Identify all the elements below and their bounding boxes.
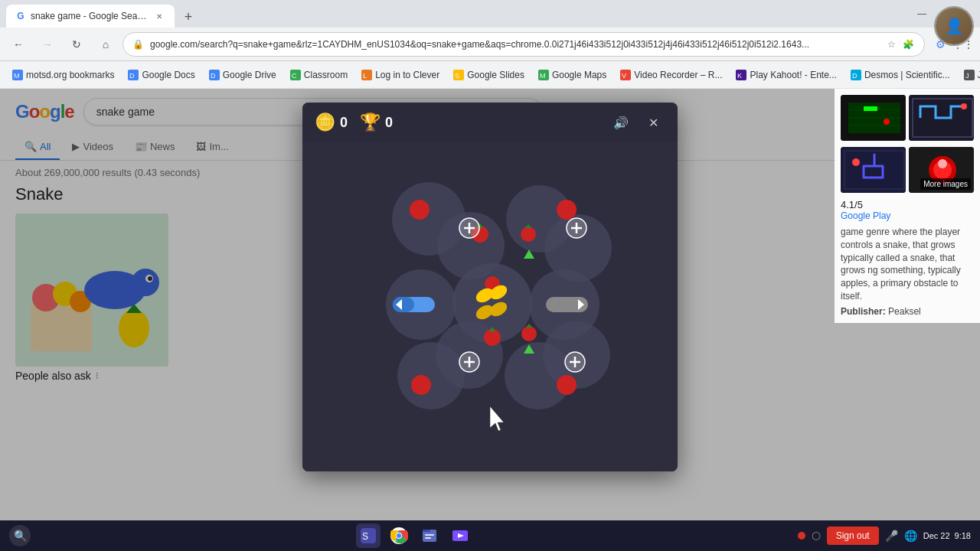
taskbar-clock: Dec 22 9:18 (923, 531, 971, 540)
svg-rect-82 (864, 106, 868, 111)
tab-bar: G snake game - Google Search ✕ + (6, 0, 910, 28)
trophy-score: 🏆 0 (360, 112, 393, 132)
game-images (841, 95, 974, 141)
svg-text:J: J (965, 72, 969, 80)
chrome-taskbar-icon (390, 527, 408, 545)
svg-text:S: S (455, 72, 459, 80)
files-taskbar-icon (420, 527, 439, 545)
bookmark-video[interactable]: V Video Recorder – R... (614, 67, 728, 83)
game-image-3 (841, 147, 906, 193)
taskbar-left: 🔍 (9, 525, 31, 546)
active-tab[interactable]: G snake game - Google Search ✕ (6, 5, 175, 28)
svg-rect-83 (868, 106, 873, 111)
svg-text:C: C (292, 72, 297, 80)
home-button[interactable]: ⌂ (93, 32, 118, 57)
svg-point-50 (521, 227, 536, 242)
recording-indicator (798, 532, 805, 540)
bookmark-motsd[interactable]: M motsd.org bookmarks (6, 67, 120, 83)
bookmark-kahoot[interactable]: K Play Kahoot! - Ente... (730, 67, 842, 83)
coin-value: 0 (340, 115, 348, 131)
back-button[interactable]: ← (6, 32, 31, 57)
bookmark-slides[interactable]: S Google Slides (447, 67, 531, 83)
svg-text:V: V (622, 72, 626, 80)
svg-point-49 (484, 329, 501, 346)
mic-icon[interactable]: 🎤 (885, 530, 898, 542)
screenrecord-taskbar-icon (451, 527, 469, 545)
new-tab-button[interactable]: + (178, 6, 199, 28)
game-modal: 🪙 0 🏆 0 🔊 ✕ (302, 103, 678, 471)
bookmark-classroom-icon: C (290, 70, 301, 80)
svg-text:D: D (211, 72, 216, 80)
coin-score: 🪙 0 (315, 112, 348, 132)
game-image-4: More images (909, 147, 974, 193)
svg-point-95 (938, 159, 947, 168)
close-game-button[interactable]: ✕ (641, 110, 665, 135)
game-header: 🪙 0 🏆 0 🔊 ✕ (302, 103, 678, 142)
bookmark-video-icon: V (620, 70, 631, 80)
svg-text:K: K (737, 72, 742, 80)
bookmark-maps-icon: M (538, 70, 549, 80)
bookmarks-bar: M motsd.org bookmarks D Google Docs D Go… (0, 61, 980, 89)
address-bar-row: ← → ↻ ⌂ 🔒 google.com/search?q=snake+game… (0, 28, 980, 61)
tab-title: snake game - Google Search (31, 11, 149, 21)
screen-record-icon[interactable] (448, 523, 472, 548)
game-controls: 🔊 ✕ (609, 110, 665, 135)
svg-text:M: M (540, 72, 546, 80)
media-icon[interactable]: ⬡ (812, 530, 821, 542)
svg-rect-84 (873, 106, 877, 111)
minimize-button[interactable]: — (913, 5, 931, 23)
svg-text:M: M (14, 72, 20, 80)
bookmark-drive[interactable]: D Google Drive (203, 67, 283, 83)
bookmark-kahoot-icon: K (736, 70, 746, 80)
taskbar-search-button[interactable]: 🔍 (9, 525, 31, 546)
address-icons: ☆ 🧩 (884, 37, 915, 51)
bookmark-star-icon[interactable]: ☆ (884, 37, 898, 51)
forward-button[interactable]: → (35, 32, 60, 57)
chrome-icon[interactable] (387, 523, 411, 548)
game-svg (302, 142, 678, 471)
game-thumb-2 (909, 95, 974, 141)
game-image-1 (841, 95, 906, 141)
svg-point-44 (410, 200, 430, 220)
coin-icon: 🪙 (315, 112, 335, 132)
more-images-badge[interactable]: More images (920, 178, 971, 190)
address-field[interactable]: 🔒 google.com/search?q=snake+game&rlz=1CA… (122, 32, 925, 57)
trophy-value: 0 (385, 115, 393, 131)
bookmark-docs[interactable]: D Google Docs (122, 67, 201, 83)
svg-text:L: L (363, 72, 367, 80)
game-thumb-3 (841, 147, 906, 193)
tab-close-button[interactable]: ✕ (153, 10, 165, 22)
svg-rect-104 (425, 534, 434, 536)
extension-icons: ⚙ ⋮⋮ 👤 (929, 34, 974, 55)
svg-rect-103 (423, 530, 430, 532)
bookmark-clever-icon: L (361, 70, 372, 80)
google-page: Google snake game ⚙ ⋮⋮ Sign in 🔍 All (0, 89, 980, 520)
files-icon[interactable] (417, 523, 442, 548)
taskbar-icon-1[interactable]: S (356, 523, 381, 548)
sign-out-button[interactable]: Sign out (827, 527, 879, 545)
avatar-face: 👤 (936, 8, 972, 44)
bookmark-docs-icon: D (128, 70, 139, 80)
rating-text: 4.1/5 (841, 199, 974, 210)
google-play-link[interactable]: Google Play (841, 210, 974, 221)
bookmark-jett[interactable]: J JettDav... (958, 67, 980, 83)
game-canvas[interactable] (302, 142, 678, 471)
bookmark-classroom[interactable]: C Classroom (284, 67, 354, 83)
svg-text:D: D (852, 72, 858, 80)
sound-button[interactable]: 🔊 (609, 110, 633, 135)
bookmark-clever[interactable]: L Log in to Clever (355, 67, 446, 83)
trophy-icon: 🏆 (360, 112, 381, 132)
refresh-button[interactable]: ↻ (64, 32, 89, 57)
address-text: google.com/search?q=snake+game&rlz=1CAYD… (150, 39, 878, 50)
game-images-row2: More images (841, 147, 974, 193)
svg-point-51 (521, 326, 537, 341)
bookmark-desmos[interactable]: D Desmos | Scientific... (844, 67, 956, 83)
right-panel: More images 4.1/5 Google Play game genre… (835, 89, 980, 323)
bookmark-maps[interactable]: M Google Maps (532, 67, 612, 83)
svg-point-91 (852, 158, 860, 166)
svg-point-46 (557, 200, 577, 220)
extensions-icon[interactable]: 🧩 (901, 37, 915, 51)
svg-point-101 (397, 533, 401, 538)
svg-rect-89 (841, 147, 906, 193)
network-icon[interactable]: 🌐 (904, 530, 917, 542)
